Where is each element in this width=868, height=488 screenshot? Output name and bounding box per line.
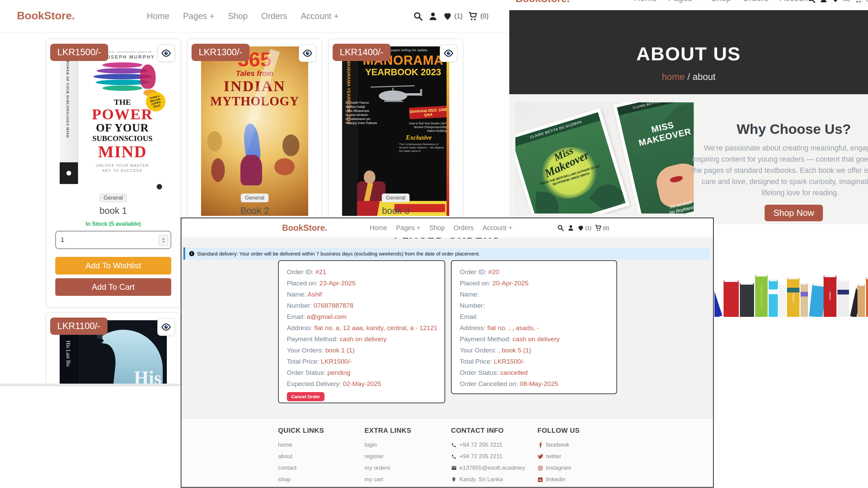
quantity-stepper[interactable]: ▲▼ bbox=[159, 235, 168, 246]
cover-tagline: KEY TO SUCCESS bbox=[78, 168, 167, 173]
order-field: Total Price: LKR1500/- bbox=[452, 356, 616, 367]
cart-icon[interactable] bbox=[594, 224, 602, 231]
order-field-value: flat no. , , asads, - bbox=[487, 324, 539, 331]
cover-title-line: SUBCONSCIOUS bbox=[78, 134, 167, 143]
order-field-label: Number: bbox=[460, 302, 485, 309]
order-field-label: Email: bbox=[460, 313, 478, 320]
paragraph-line: lifelong love for reading. bbox=[682, 187, 868, 199]
cover-head-graphic bbox=[88, 62, 156, 96]
footer-row-pin[interactable]: Kandy, Sri Lanka bbox=[451, 474, 532, 485]
order-field-label: Name: bbox=[287, 291, 308, 298]
order-field-label: Email: bbox=[287, 313, 307, 320]
book-spine: SPECIAL EDITION bbox=[755, 275, 768, 317]
wishlist-heart-icon[interactable] bbox=[577, 225, 584, 231]
price-badge: LKR1300/- bbox=[192, 44, 250, 61]
search-icon[interactable] bbox=[413, 11, 423, 21]
book-spine bbox=[801, 283, 808, 317]
nav-item-home[interactable]: Home bbox=[147, 11, 170, 21]
nav-item-shop[interactable]: Shop bbox=[429, 224, 445, 232]
nav-item-pages[interactable]: Pages + bbox=[396, 224, 420, 232]
cancel-order-button[interactable]: Cancel Order bbox=[287, 392, 324, 401]
book-spine bbox=[769, 280, 778, 317]
bookstore-logo[interactable]: BookStore. bbox=[17, 9, 75, 22]
user-icon[interactable] bbox=[428, 11, 438, 21]
cover-right-lines: How to find Your Dream Job?Women Entrepr… bbox=[409, 122, 447, 133]
user-icon[interactable] bbox=[567, 224, 574, 231]
book-spine: PRESS bbox=[824, 276, 836, 317]
shop-now-button[interactable]: Shop Now bbox=[765, 205, 823, 221]
footer-link-home[interactable]: home bbox=[278, 439, 359, 451]
search-icon[interactable] bbox=[557, 224, 564, 231]
partial-header-logo-clip: BookStore. bbox=[515, 0, 576, 4]
nav-item-shop[interactable]: Shop bbox=[228, 11, 248, 21]
order-field-label: Your Orders: bbox=[460, 347, 498, 354]
nav-item-orders[interactable]: Orders bbox=[454, 224, 474, 232]
footer-row-mail[interactable]: e137655@esoft.acadmey bbox=[451, 462, 532, 474]
book-cover-left: CLAIRE BETITA DU GUZMAN Miss Makeover FR… bbox=[515, 108, 630, 214]
info-icon: i bbox=[189, 251, 194, 256]
nav-item-account[interactable]: Account + bbox=[301, 11, 339, 21]
footer-row-linkedin[interactable]: inlinkedin bbox=[537, 474, 619, 485]
footer-row-phone[interactable]: +94 72 205 2211 bbox=[451, 451, 532, 462]
order-field-label: Expected Delivery: bbox=[287, 380, 343, 387]
cart-icon[interactable] bbox=[467, 11, 478, 21]
cover-red-box: Quintrival 2023: 1000 QAA bbox=[409, 106, 448, 119]
wishlist-heart-icon[interactable] bbox=[831, 0, 840, 3]
breadcrumb-home-link[interactable]: home bbox=[662, 72, 685, 82]
book-spine bbox=[714, 278, 722, 317]
quick-view-button[interactable] bbox=[440, 44, 457, 62]
cover-author-names: Dr Shashi TharoorMadhav GadgilUsha Albuq… bbox=[346, 101, 377, 125]
footer-heading: EXTRA LINKS bbox=[364, 427, 446, 434]
order-field-value: a@gmail.com bbox=[307, 313, 347, 320]
add-to-wishlist-button[interactable]: Add To Wishlist bbox=[55, 257, 171, 274]
nav-item-account[interactable]: Account + bbox=[482, 224, 512, 232]
wishlist-heart-icon[interactable] bbox=[443, 12, 452, 21]
order-field: Email: bbox=[452, 311, 616, 322]
quick-view-button[interactable] bbox=[157, 318, 175, 336]
header-icons: (1) (0) bbox=[413, 0, 489, 32]
footer-link-login[interactable]: login bbox=[364, 439, 446, 451]
nav-item-home[interactable]: Home bbox=[370, 224, 387, 232]
footer-row-facebook[interactable]: facebook bbox=[537, 439, 619, 451]
footer-link-about[interactable]: about bbox=[278, 451, 359, 462]
nav-item-orders[interactable]: Orders bbox=[743, 0, 768, 3]
footer-link-contact[interactable]: contact bbox=[278, 462, 359, 474]
footer-link-shop[interactable]: shop bbox=[278, 474, 359, 485]
order-field: Order Status: pending bbox=[279, 367, 445, 378]
partial-header-icons-clip: (1) (0) bbox=[807, 0, 868, 4]
search-icon[interactable] bbox=[807, 0, 816, 3]
nav-item-pages[interactable]: Pages + bbox=[183, 11, 214, 21]
footer-link-register[interactable]: register bbox=[364, 451, 446, 462]
footer-row-instagram[interactable]: instagram bbox=[537, 462, 619, 474]
nav-item-account[interactable]: Account + bbox=[780, 0, 810, 3]
add-to-cart-button[interactable]: Add To Cart bbox=[55, 278, 171, 296]
bookstore-logo[interactable]: BookStore. bbox=[515, 0, 570, 4]
user-icon[interactable] bbox=[819, 0, 828, 3]
quick-view-button[interactable] bbox=[299, 44, 316, 62]
stock-status: In Stock (5 available) bbox=[46, 221, 180, 227]
quick-view-button[interactable] bbox=[157, 44, 175, 62]
twitter-icon bbox=[537, 454, 543, 459]
footer-link-my-orders[interactable]: my orders bbox=[364, 462, 446, 474]
nav-item-pages[interactable]: Pages + bbox=[668, 0, 699, 3]
nav-item-shop[interactable]: Shop bbox=[711, 0, 731, 3]
nav-item-home[interactable]: Home bbox=[634, 0, 657, 3]
cover-text-line: Dr Shashi Tharoor bbox=[346, 101, 377, 105]
order-field-value: 02-May-2025 bbox=[343, 380, 381, 387]
order-field-value: LKR1500/- bbox=[321, 358, 352, 365]
nav-item-orders[interactable]: Orders bbox=[261, 11, 287, 21]
cart-icon[interactable] bbox=[853, 0, 863, 3]
book-spine bbox=[866, 278, 868, 317]
footer-row-twitter[interactable]: twitter bbox=[537, 451, 619, 462]
footer-link-my-cart[interactable]: my cart bbox=[364, 474, 446, 485]
quantity-input[interactable] bbox=[55, 231, 171, 249]
footer-contact-info: CONTACT INFO +94 72 205 2211+94 72 205 2… bbox=[451, 419, 532, 485]
cover-title-line: MYTHOLOGY bbox=[201, 94, 308, 108]
footer-row-phone[interactable]: +94 72 205 2211 bbox=[451, 439, 532, 451]
bookstore-logo[interactable]: BookStore. bbox=[282, 223, 327, 233]
footer-row-text: twitter bbox=[546, 453, 561, 460]
order-card-20: Order ID: #20Placed on: 20-Apr-2025Name:… bbox=[451, 260, 617, 394]
breadcrumb-current: about bbox=[693, 72, 716, 82]
books-row-image: SPECIAL EDITION• PRESS •PRESS bbox=[714, 268, 868, 317]
cart-count: (0) bbox=[480, 12, 488, 20]
